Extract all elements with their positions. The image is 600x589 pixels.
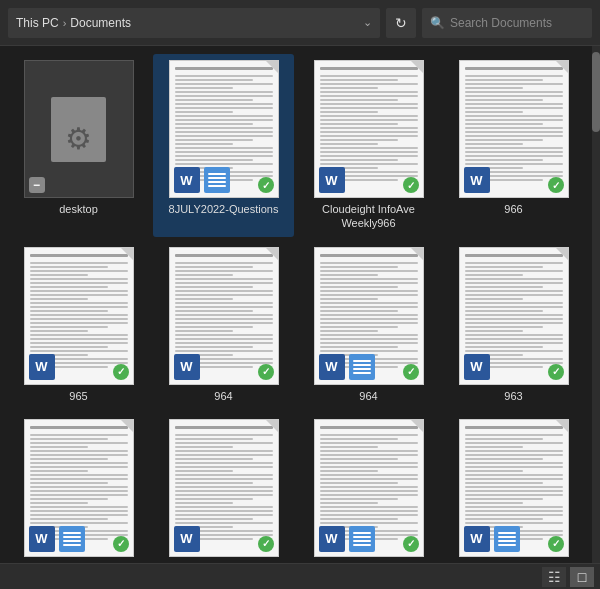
file-name: 964 (214, 389, 232, 403)
scrollbar-thumb[interactable] (592, 52, 600, 132)
file-grid-container[interactable]: ⚙−desktopW✓8JULY2022-QuestionsW✓Cloudeig… (0, 46, 592, 563)
file-item[interactable]: W✓964 (298, 241, 439, 409)
breadcrumb-area[interactable]: This PC › Documents ⌄ (8, 8, 380, 38)
word-icon: W (29, 526, 55, 552)
document-thumbnail: W✓ (459, 419, 569, 557)
list-view-button[interactable]: ☷ (542, 567, 566, 587)
document-thumbnail: W✓ (314, 247, 424, 385)
file-item[interactable]: W✓962 (298, 413, 439, 563)
document-thumbnail: W✓ (24, 247, 134, 385)
notepad-icon (59, 526, 85, 552)
check-badge: ✓ (258, 177, 274, 193)
word-icon: W (319, 167, 345, 193)
breadcrumb-thispc: This PC (16, 16, 59, 30)
header: This PC › Documents ⌄ ↻ 🔍 (0, 0, 600, 46)
file-item[interactable]: W✓8JULY2022-Questions (153, 54, 294, 237)
document-thumbnail: W✓ (459, 60, 569, 198)
document-thumbnail: W✓ (459, 247, 569, 385)
file-item[interactable]: ⚙−desktop (8, 54, 149, 237)
file-item[interactable]: W✓964 (153, 241, 294, 409)
file-name: 962 (359, 561, 377, 563)
breadcrumb-sep1: › (63, 17, 67, 29)
file-name: compat (495, 561, 531, 563)
file-item[interactable]: W✓963 (8, 413, 149, 563)
file-name: 964 (359, 389, 377, 403)
word-icon: W (174, 167, 200, 193)
document-thumbnail: W✓ (24, 419, 134, 557)
file-item[interactable]: W✓965 (8, 241, 149, 409)
file-item[interactable]: W✓963 (443, 241, 584, 409)
notepad-icon (349, 354, 375, 380)
file-name: 963 (69, 561, 87, 563)
word-icon: W (174, 354, 200, 380)
word-icon: W (319, 354, 345, 380)
file-item[interactable]: W✓962 (153, 413, 294, 563)
word-icon: W (319, 526, 345, 552)
search-icon: 🔍 (430, 16, 445, 30)
word-icon: W (464, 354, 490, 380)
file-grid: ⚙−desktopW✓8JULY2022-QuestionsW✓Cloudeig… (8, 54, 584, 563)
notepad-icon (204, 167, 230, 193)
generic-file-icon: ⚙ (51, 97, 106, 162)
check-badge: ✓ (403, 177, 419, 193)
check-badge: ✓ (258, 364, 274, 380)
word-icon: W (174, 526, 200, 552)
file-name: 965 (69, 389, 87, 403)
document-thumbnail: W✓ (169, 247, 279, 385)
status-bar: ☷ □ (0, 563, 600, 589)
search-box: 🔍 (422, 8, 592, 38)
check-badge: ✓ (113, 536, 129, 552)
file-name: 8JULY2022-Questions (169, 202, 279, 216)
minus-badge: − (29, 177, 45, 193)
notepad-icon (494, 526, 520, 552)
breadcrumb-chevron-icon[interactable]: ⌄ (363, 16, 372, 29)
refresh-button[interactable]: ↻ (386, 8, 416, 38)
document-thumbnail: W✓ (169, 419, 279, 557)
file-item[interactable]: W✓Cloudeight InfoAve Weekly966 (298, 54, 439, 237)
check-badge: ✓ (548, 364, 564, 380)
file-name: 966 (504, 202, 522, 216)
file-name: Cloudeight InfoAve Weekly966 (314, 202, 424, 231)
document-thumbnail: W✓ (314, 60, 424, 198)
file-name: desktop (59, 202, 98, 216)
file-item[interactable]: W✓966 (443, 54, 584, 237)
word-icon: W (29, 354, 55, 380)
word-icon: W (464, 167, 490, 193)
notepad-icon (349, 526, 375, 552)
file-name: 962 (214, 561, 232, 563)
search-input[interactable] (450, 16, 570, 30)
document-thumbnail: W✓ (169, 60, 279, 198)
document-thumbnail: W✓ (314, 419, 424, 557)
check-badge: ✓ (258, 536, 274, 552)
check-badge: ✓ (403, 364, 419, 380)
desktop-thumbnail: ⚙− (24, 60, 134, 198)
grid-view-button[interactable]: □ (570, 567, 594, 587)
scrollbar-track[interactable] (592, 46, 600, 563)
check-badge: ✓ (548, 536, 564, 552)
breadcrumb-documents: Documents (70, 16, 131, 30)
check-badge: ✓ (403, 536, 419, 552)
check-badge: ✓ (113, 364, 129, 380)
file-name: 963 (504, 389, 522, 403)
content-area: ⚙−desktopW✓8JULY2022-QuestionsW✓Cloudeig… (0, 46, 600, 563)
word-icon: W (464, 526, 490, 552)
check-badge: ✓ (548, 177, 564, 193)
file-item[interactable]: W✓compat (443, 413, 584, 563)
